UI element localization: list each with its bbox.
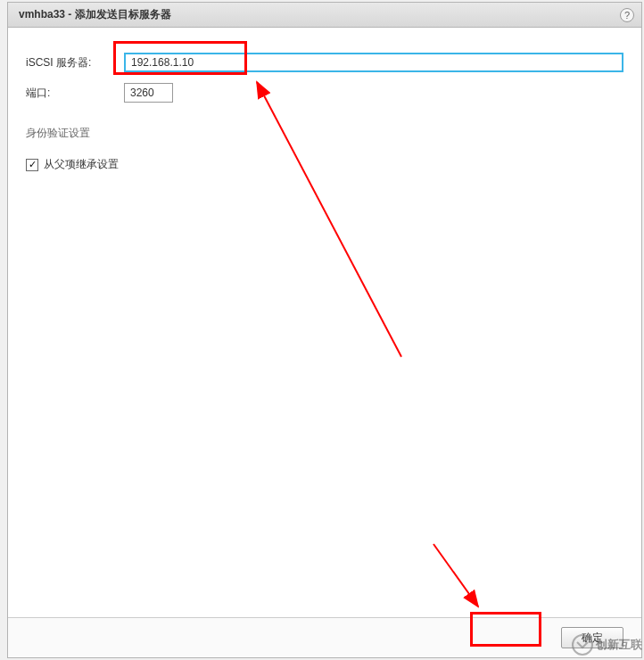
port-label: 端口: — [26, 86, 124, 101]
row-port: 端口: — [26, 83, 623, 103]
port-input[interactable] — [124, 83, 173, 103]
titlebar: vmhba33 - 添加发送目标服务器 ? — [8, 3, 641, 28]
watermark: 创新互联 — [571, 633, 642, 656]
help-icon[interactable]: ? — [620, 8, 634, 22]
checkmark-icon: ✓ — [29, 160, 37, 169]
auth-section-title: 身份验证设置 — [26, 126, 623, 141]
row-inherit: ✓ 从父项继承设置 — [26, 157, 623, 172]
iscsi-server-label: iSCSI 服务器: — [26, 55, 124, 70]
watermark-logo-icon — [571, 633, 594, 656]
inherit-checkbox[interactable]: ✓ — [26, 159, 38, 171]
titlebar-title: vmhba33 - 添加发送目标服务器 — [19, 7, 171, 22]
dialog-add-target-server: vmhba33 - 添加发送目标服务器 ? iSCSI 服务器: 端口: 身份验… — [7, 2, 642, 658]
watermark-text: 创新互联 — [596, 637, 642, 653]
row-iscsi-server: iSCSI 服务器: — [26, 53, 623, 72]
svg-point-3 — [573, 635, 592, 655]
inherit-label: 从父项继承设置 — [44, 157, 119, 172]
dialog-content: iSCSI 服务器: 端口: 身份验证设置 ✓ 从父项继承设置 — [8, 28, 641, 617]
iscsi-server-input[interactable] — [124, 53, 623, 72]
dialog-footer: 确定 — [8, 617, 641, 657]
